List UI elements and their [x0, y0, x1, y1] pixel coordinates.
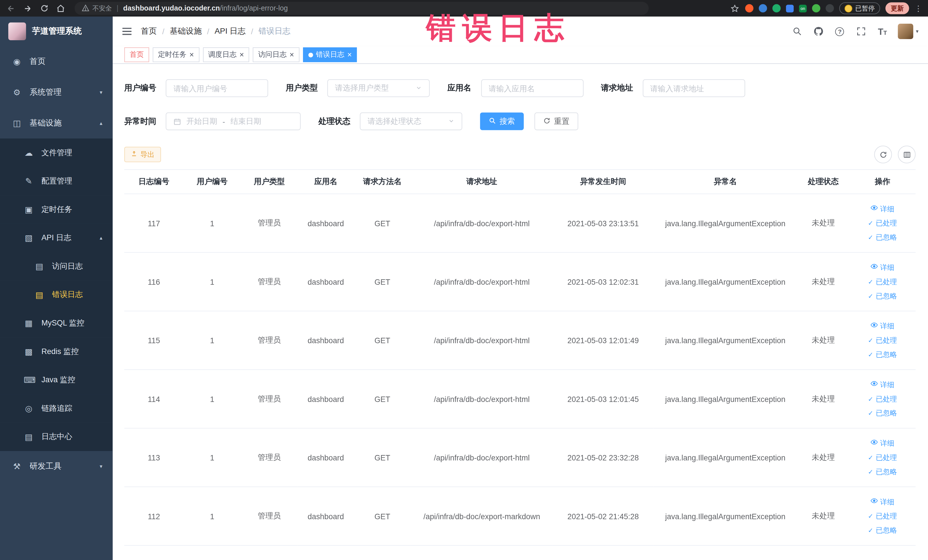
- font-size-icon[interactable]: TT: [877, 26, 888, 37]
- column-settings-button[interactable]: [898, 145, 916, 163]
- mark-processed-link[interactable]: ✓ 已处理: [852, 333, 913, 348]
- mark-processed-link[interactable]: ✓ 已处理: [852, 275, 913, 289]
- tab-schedule-log[interactable]: 调度日志 ×: [203, 47, 249, 62]
- extension-icon[interactable]: [812, 4, 820, 12]
- detail-link[interactable]: 详细: [852, 319, 913, 333]
- sidebar-item-system-management[interactable]: ⚙ 系统管理 ▾: [0, 77, 112, 108]
- mark-processed-link[interactable]: ✓ 已处理: [852, 392, 913, 406]
- sidebar-item-log-center[interactable]: ▤ 日志中心: [0, 423, 112, 451]
- cell-request-url: /api/infra/db-doc/export-markdown: [411, 487, 553, 545]
- user-menu[interactable]: ▾: [898, 24, 919, 39]
- sidebar-item-mysql-monitor[interactable]: ▦ MySQL 监控: [0, 309, 112, 337]
- help-icon[interactable]: ?: [834, 26, 845, 37]
- security-status[interactable]: 不安全: [82, 4, 112, 12]
- close-icon[interactable]: ×: [347, 51, 352, 58]
- close-icon[interactable]: ×: [189, 51, 194, 58]
- mark-processed-link[interactable]: ✓ 已处理: [852, 509, 913, 523]
- extension-on-badge[interactable]: on: [799, 5, 807, 12]
- request-url-input[interactable]: [643, 79, 745, 97]
- user-type-select[interactable]: 请选择用户类型: [327, 79, 430, 97]
- close-icon[interactable]: ×: [240, 51, 244, 58]
- fullscreen-icon[interactable]: [856, 26, 867, 37]
- cell-exception-name: java.lang.IllegalArgumentException: [653, 487, 797, 545]
- cell-status: 未处理: [797, 194, 850, 252]
- tab-home[interactable]: 首页: [124, 47, 149, 62]
- extension-icon[interactable]: [772, 4, 780, 12]
- cell-status: 未处理: [797, 311, 850, 369]
- chevron-icon: ▴: [100, 120, 102, 126]
- search-button[interactable]: 搜索: [480, 112, 524, 130]
- close-icon[interactable]: ×: [290, 51, 294, 58]
- cell-app-name: dashboard: [298, 428, 354, 487]
- mark-ignored-link[interactable]: ✓ 已忽略: [852, 465, 913, 479]
- breadcrumb-item[interactable]: API 日志: [215, 26, 246, 37]
- tools-icon: ⚒: [12, 462, 22, 471]
- search-icon[interactable]: [792, 26, 803, 37]
- mark-processed-link[interactable]: ✓ 已处理: [852, 450, 913, 465]
- cell-exception-name: java.lang.IllegalArgumentException: [653, 428, 797, 487]
- breadcrumb-item[interactable]: 基础设施: [170, 26, 202, 37]
- detail-link[interactable]: 详细: [852, 378, 913, 392]
- bookmark-star-icon[interactable]: [730, 3, 740, 13]
- sidebar-item-redis-monitor[interactable]: ▩ Redis 监控: [0, 337, 112, 366]
- sidebar-item-scheduled-tasks[interactable]: ▣ 定时任务: [0, 195, 112, 224]
- browser-menu-icon[interactable]: ⋮: [914, 4, 922, 12]
- detail-link[interactable]: 详细: [852, 202, 913, 216]
- sidebar-item-access-log[interactable]: ▤ 访问日志: [0, 252, 112, 281]
- sidebar-item-config-management[interactable]: ✎ 配置管理: [0, 167, 112, 195]
- export-button[interactable]: 导出: [124, 147, 161, 162]
- extension-icon[interactable]: [759, 4, 767, 12]
- reset-button[interactable]: 重置: [534, 112, 578, 130]
- detail-link[interactable]: 详细: [852, 495, 913, 509]
- mark-ignored-link[interactable]: ✓ 已忽略: [852, 406, 913, 420]
- extension-icon[interactable]: [786, 5, 794, 12]
- divider: |: [117, 4, 118, 12]
- tab-scheduled-tasks[interactable]: 定时任务 ×: [153, 47, 199, 62]
- forward-icon[interactable]: [23, 3, 32, 13]
- hamburger-icon[interactable]: [122, 27, 132, 35]
- column-header: 应用名: [298, 169, 354, 194]
- github-icon[interactable]: [813, 26, 824, 37]
- screen: 不安全 | dashboard.yudao.iocoder.cn/infra/l…: [0, 0, 928, 560]
- mark-ignored-link[interactable]: ✓ 已忽略: [852, 230, 913, 244]
- paused-chip[interactable]: 已暂停: [839, 2, 880, 14]
- sidebar-item-trace[interactable]: ◎ 链路追踪: [0, 394, 112, 423]
- cell-actions: 详细 ✓ 已处理 ✓ 已忽略: [849, 194, 916, 252]
- reload-icon[interactable]: [39, 3, 49, 13]
- extension-icon[interactable]: [745, 4, 753, 12]
- sidebar-item-api-logs[interactable]: ▧ API 日志 ▴: [0, 224, 112, 252]
- tab-access-log[interactable]: 访问日志 ×: [253, 47, 299, 62]
- table-row: 112 1 管理员 dashboard GET /api/infra/db-do…: [124, 487, 916, 545]
- detail-link[interactable]: 详细: [852, 261, 913, 275]
- mark-ignored-link[interactable]: ✓ 已忽略: [852, 523, 913, 537]
- tab-error-log[interactable]: 错误日志 ×: [303, 47, 357, 62]
- app-name-input[interactable]: [481, 79, 583, 97]
- table-row: 115 1 管理员 dashboard GET /api/infra/db-do…: [124, 311, 916, 369]
- cell-status: 未处理: [797, 370, 850, 428]
- user-id-input[interactable]: [166, 79, 268, 97]
- cell-user-type: 管理员: [241, 311, 298, 369]
- sidebar-item-error-log[interactable]: ▤ 错误日志: [0, 281, 112, 309]
- browser-right-cluster: on 已暂停 更新 ⋮: [730, 2, 922, 14]
- sidebar-item-file-management[interactable]: ☁ 文件管理: [0, 138, 112, 167]
- breadcrumb-item[interactable]: 首页: [141, 26, 157, 37]
- sidebar-item-home[interactable]: ◉ 首页: [0, 46, 112, 77]
- sidebar-item-dev-tools[interactable]: ⚒ 研发工具 ▾: [0, 451, 112, 482]
- back-icon[interactable]: [6, 3, 16, 13]
- refresh-button[interactable]: [874, 145, 892, 163]
- update-button[interactable]: 更新: [885, 2, 909, 14]
- column-header: 用户编号: [183, 169, 241, 194]
- cell-method: GET: [354, 194, 411, 252]
- exception-time-range-picker[interactable]: 开始日期 - 结束日期: [166, 112, 301, 130]
- extension-icon[interactable]: [826, 4, 834, 12]
- mark-ignored-link[interactable]: ✓ 已忽略: [852, 348, 913, 362]
- mark-ignored-link[interactable]: ✓ 已忽略: [852, 289, 913, 303]
- sidebar-item-java-monitor[interactable]: ⌨ Java 监控: [0, 366, 112, 394]
- detail-link[interactable]: 详细: [852, 436, 913, 450]
- home-icon[interactable]: [56, 3, 66, 13]
- mark-processed-link[interactable]: ✓ 已处理: [852, 216, 913, 230]
- process-status-select[interactable]: 请选择处理状态: [360, 112, 462, 130]
- sidebar-item-infrastructure[interactable]: ◫ 基础设施 ▴: [0, 108, 112, 139]
- eye-icon: ◎: [24, 404, 34, 413]
- chevron-icon: ▾: [100, 463, 102, 469]
